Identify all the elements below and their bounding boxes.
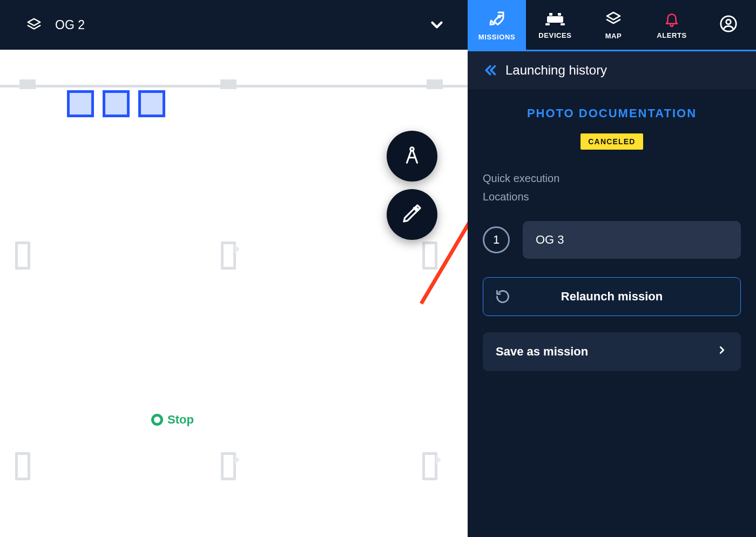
stop-label: Stop [167,413,194,427]
map-door [15,452,30,480]
tab-label: MISSIONS [478,33,515,41]
layers-icon [605,10,622,28]
svg-rect-4 [558,13,561,16]
location-step: 1 OG 3 [483,221,741,259]
tab-label: MAP [605,32,622,40]
svg-rect-2 [547,16,563,23]
svg-rect-5 [545,23,550,25]
status-badge: CANCELED [580,133,643,150]
svg-rect-3 [549,13,552,16]
tab-alerts[interactable]: ALERTS [643,0,701,50]
compass-icon [402,145,422,167]
floor-selector[interactable]: OG 2 [26,16,446,34]
map-marker [427,79,443,89]
map-door [221,452,236,480]
meta-line: Locations [483,187,741,206]
step-number: 1 [483,226,510,253]
tab-map[interactable]: MAP [584,0,643,50]
pencil-ruler-icon [401,203,423,226]
map-zone [138,90,165,117]
button-label: Save as mission [496,345,588,359]
map-marker [220,79,237,89]
mission-meta: Quick execution Locations [483,169,741,206]
location-card[interactable]: OG 3 [523,221,741,259]
tab-missions[interactable]: MISSIONS [468,0,526,50]
bell-icon [664,11,680,27]
section-title: PHOTO DOCUMENTATION [483,106,741,120]
floor-selector-label: OG 2 [55,18,415,32]
map-zone [103,90,130,117]
tab-label: ALERTS [657,31,687,39]
map-door [221,241,236,270]
tab-label: DEVICES [538,31,571,39]
svg-rect-6 [561,23,565,25]
layers-icon [26,17,42,33]
map-marker [19,79,36,89]
circle-icon [151,414,163,426]
side-panel: Launching history PHOTO DOCUMENTATION CA… [468,51,756,537]
user-menu-button[interactable] [701,0,756,50]
chevron-right-icon [716,344,728,359]
relaunch-mission-button[interactable]: Relaunch mission [483,277,741,316]
save-as-mission-button[interactable]: Save as mission [483,332,741,371]
user-icon [719,15,738,35]
map-zone [67,90,94,117]
button-label: Relaunch mission [496,290,727,304]
tab-devices[interactable]: DEVICES [526,0,584,50]
rocket-icon [487,9,507,29]
panel-header[interactable]: Launching history [468,51,756,89]
devices-icon [545,11,565,27]
map-door [422,452,437,480]
panel-title: Launching history [505,63,607,78]
design-tools-button[interactable] [387,189,437,240]
map-door [422,241,437,270]
back-chevrons-icon[interactable] [483,62,499,78]
meta-line: Quick execution [483,169,741,187]
svg-point-9 [726,19,731,24]
svg-marker-0 [28,19,40,26]
refresh-icon [495,289,510,304]
svg-marker-7 [607,12,620,19]
stop-marker: Stop [151,413,194,427]
measure-tool-button[interactable] [387,131,437,182]
map-door [15,241,30,270]
chevron-down-icon [428,16,446,34]
floor-map[interactable]: Stop Start [0,50,468,537]
svg-point-1 [498,15,501,17]
